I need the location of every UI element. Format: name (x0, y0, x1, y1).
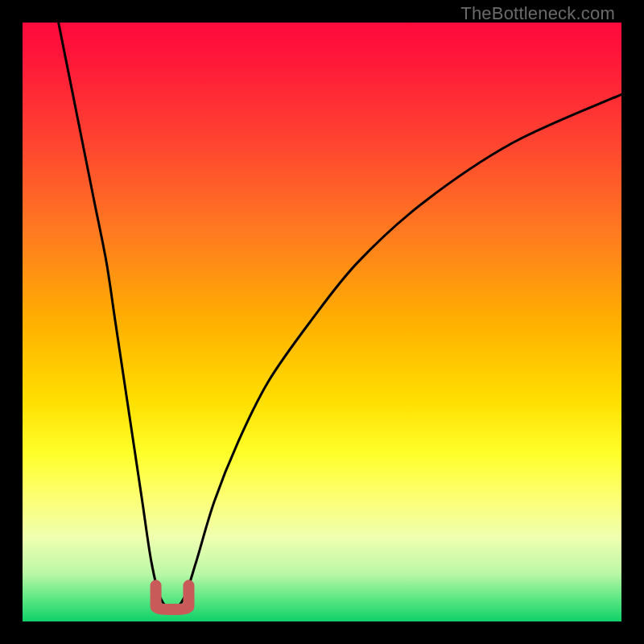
chart-frame: TheBottleneck.com (0, 0, 644, 644)
gradient-background (23, 23, 621, 621)
watermark-text: TheBottleneck.com (460, 3, 615, 24)
plot-area (23, 23, 621, 621)
bottleneck-curve-chart (23, 23, 621, 621)
